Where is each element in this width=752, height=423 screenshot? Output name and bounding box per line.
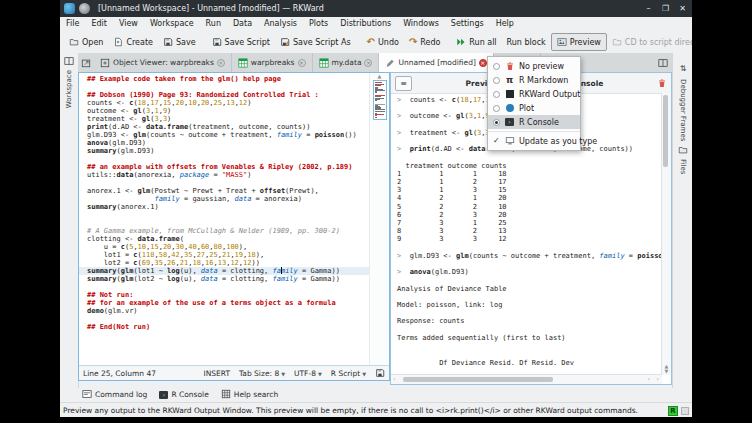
menu-windows[interactable]: Windows [397, 17, 445, 31]
code-line: demo(glm.vr) [87, 307, 370, 315]
toolbar-undo-button[interactable]: ↶Undo [362, 34, 404, 50]
menu-view[interactable]: View [113, 17, 144, 31]
toolbar-preview-button[interactable]: Preview [551, 33, 607, 51]
r-engine-status-badge[interactable]: R [668, 406, 678, 416]
bottom-tab-r-console[interactable]: ›R Console [159, 390, 208, 399]
tab-object-viewer-warpbreaks[interactable]: Object Viewer: warpbreaks× [94, 53, 232, 72]
cd-to-script-directory-icon [612, 37, 622, 47]
tool-tab-debugger-frames[interactable]: Debugger Frames [679, 79, 687, 141]
toolbar-cd-to-script-directory-button[interactable]: CD to script directory [607, 34, 692, 50]
code-line [87, 211, 370, 219]
detach-window-icon[interactable] [78, 53, 94, 72]
filetype-select[interactable]: R Script▼ [331, 369, 366, 378]
menu-data[interactable]: Data [227, 17, 258, 31]
tool-tab-files[interactable]: Files [679, 159, 687, 174]
menu-file[interactable]: File [60, 17, 85, 31]
tool-tab-workspace[interactable]: Workspace [65, 70, 73, 108]
menu-distributions[interactable]: Distributions [334, 17, 397, 31]
tab-warpbreaks[interactable]: warpbreaks× [232, 53, 313, 72]
preview-menu-item-plot[interactable]: Plot [488, 101, 580, 115]
insert-mode[interactable]: INSERT [203, 369, 230, 378]
console-vertical-scrollbar[interactable]: ▲▼ [661, 93, 671, 375]
scrollbar-thumb[interactable] [403, 377, 553, 382]
close-tab-icon[interactable]: × [479, 59, 487, 67]
console-line [397, 309, 662, 317]
console-line [397, 276, 662, 284]
console-line: treatment outcome counts [397, 162, 662, 170]
chevron-down-icon: ▼ [281, 371, 285, 377]
scroll-left-icon[interactable]: ‹ [648, 375, 650, 383]
close-tab-icon[interactable]: × [298, 59, 306, 67]
preview-menu-item-update-as-you-type[interactable]: ✓Update as you type [488, 134, 580, 148]
split-view-icon[interactable] [658, 53, 672, 72]
scroll-left-icon[interactable]: ‹ [393, 375, 395, 383]
toolbar-save-script-as-button[interactable]: Save Script As [275, 34, 356, 50]
code-line [87, 179, 370, 187]
console-line [397, 260, 662, 268]
console-horizontal-scrollbar[interactable]: ‹ ‹ › [391, 374, 662, 384]
save-icon[interactable] [375, 368, 385, 378]
chevron-down-icon: ▼ [318, 371, 322, 377]
tab-my-data[interactable]: my.data× [313, 53, 380, 72]
maximize-button[interactable]: ❐ [660, 4, 671, 13]
code-line: outcome <- gl(3,1,9) [87, 107, 370, 115]
run-all-icon [456, 37, 466, 47]
script-editor-pane[interactable]: ## Example code taken from the glm() hel… [78, 72, 390, 381]
close-tab-icon[interactable]: × [364, 59, 372, 67]
console-line: Analysis of Deviance Table [397, 285, 662, 293]
menu-help[interactable]: Help [490, 17, 520, 31]
console-line: Response: counts [397, 317, 662, 325]
scroll-up-icon[interactable]: ▲ [378, 73, 382, 79]
toolbar-create-button[interactable]: Create [108, 34, 158, 50]
help-search-icon [221, 389, 231, 399]
discard-preview-icon[interactable] [657, 78, 667, 88]
close-button[interactable]: ✕ [677, 4, 688, 13]
tab-unnamed-modified[interactable]: Unnamed [modified]× [379, 53, 493, 72]
preview-menu-item-rkward-output[interactable]: RKWard Output [488, 87, 580, 101]
minimize-button[interactable]: – [643, 4, 654, 13]
editor-scrollbar[interactable]: ▲ [369, 73, 389, 366]
preview-menu-item-r-console[interactable]: ›R Console [488, 115, 580, 129]
encoding-select[interactable]: UTF-8▼ [294, 369, 322, 378]
app-icon [64, 3, 75, 14]
bottom-tool-tabs: Command log›R ConsoleHelp search [78, 386, 278, 402]
toolbar-run-block-button[interactable]: Run block [502, 35, 551, 50]
console-line: Terms added sequentially (first to last) [397, 334, 662, 342]
close-tab-icon[interactable]: × [217, 59, 225, 67]
create-icon [113, 37, 123, 47]
preview-menu-item-r-markdown[interactable]: πR Markdown [488, 73, 580, 87]
my-data-icon [319, 58, 329, 68]
code-area[interactable]: ## Example code taken from the glm() hel… [79, 75, 370, 366]
console-line [397, 350, 662, 358]
bottom-tab-command-log[interactable]: Command log [82, 389, 147, 399]
minimap[interactable] [373, 80, 387, 120]
rkward-output-icon [504, 90, 515, 98]
menu-analysis[interactable]: Analysis [258, 17, 303, 31]
menu-edit[interactable]: Edit [85, 17, 113, 31]
toolbar-save-script-button[interactable]: Save Script [207, 34, 275, 50]
toolbar-redo-button[interactable]: ↷Redo [404, 34, 445, 50]
console-line: > glm.D93 <- glm(counts ~ outcome + trea… [397, 252, 662, 260]
console-line: > anova(glm.D93) [397, 268, 662, 276]
save-icon [163, 37, 173, 47]
redo-icon: ↷ [409, 37, 417, 47]
toolbar-run-all-button[interactable]: Run all [451, 34, 501, 50]
menu-plots[interactable]: Plots [303, 17, 334, 31]
scroll-arrows[interactable]: ▲▼ [662, 364, 671, 374]
tab-size-select[interactable]: Tab Size: 8▼ [239, 369, 285, 378]
preview-dropdown-menu: No previewπR MarkdownRKWard OutputPlot›R… [487, 56, 581, 151]
menu-settings[interactable]: Settings [445, 17, 490, 31]
scroll-right-icon[interactable]: › [657, 375, 659, 383]
hamburger-menu-button[interactable]: ≡ [395, 76, 412, 91]
preview-menu-item-no-preview[interactable]: No preview [488, 59, 580, 73]
console-line: 8 3 2 13 [397, 227, 662, 235]
toolbar-open-button[interactable]: Open [64, 34, 108, 50]
console-line: 4 2 1 20 [397, 194, 662, 202]
code-line: lot1 = c(118,58,42,35,27,25,21,19,18), [87, 251, 370, 259]
menu-run[interactable]: Run [200, 17, 227, 31]
toolbar: OpenCreateSaveSave ScriptSave Script As↶… [60, 31, 692, 54]
toolbar-save-button[interactable]: Save [158, 34, 201, 50]
menu-workspace[interactable]: Workspace [144, 17, 200, 31]
bottom-tab-help-search[interactable]: Help search [221, 389, 278, 399]
scrollbar-thumb[interactable] [663, 95, 668, 167]
